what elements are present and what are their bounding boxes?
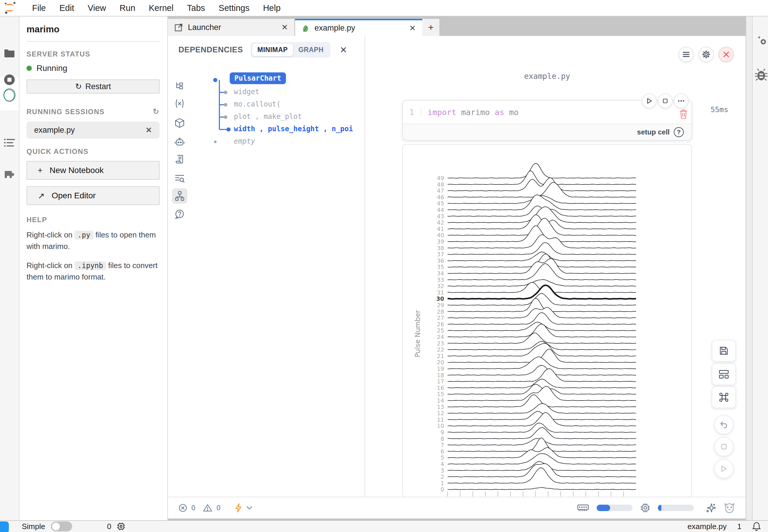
example-tab-content: DEPENDENCIES MINIMAP GRAPH ✕ [168,36,746,518]
command-palette-button[interactable] [712,386,736,408]
logs-icon[interactable] [172,151,187,167]
packages-icon[interactable] [172,115,187,131]
svg-text:40: 40 [437,232,444,238]
panel-divider [26,41,159,42]
cell-code[interactable]: import marimo as mo [428,108,518,117]
dep-node-pulsarchart[interactable]: PulsarChart [230,74,286,82]
simple-mode-toggle[interactable] [51,521,72,531]
dep-node-empty[interactable]: empty [234,137,255,145]
memory-gauge-fill [597,505,610,511]
menu-help[interactable]: Help [263,3,281,13]
statusbar-filename[interactable]: example.py [688,522,727,531]
tab-example-py[interactable]: example.py ✕ [295,19,422,36]
ai-sparkle-icon[interactable] [706,503,716,513]
svg-text:48: 48 [437,181,444,188]
new-notebook-label: New Notebook [49,166,104,175]
restart-button[interactable]: ↻ Restart [26,79,159,94]
delete-cell-icon[interactable] [679,109,688,119]
warning-count: 0 [217,504,220,512]
property-inspector-icon[interactable] [755,35,768,48]
save-button[interactable] [712,340,736,362]
server-status-row: Running [26,64,159,73]
toggle-knob [52,523,60,530]
new-notebook-button[interactable]: + New Notebook [26,161,159,180]
warnings-icon[interactable] [203,504,212,512]
dep-node-plot[interactable]: plot , make_plot [234,112,302,121]
token-import: import [428,108,456,117]
close-example-tab-icon[interactable]: ✕ [409,24,416,33]
run-cell-button[interactable] [642,94,657,108]
menu-file[interactable]: File [32,3,46,13]
svg-text:13: 13 [437,404,444,410]
plus-icon: + [38,166,42,175]
menu-tabs[interactable]: Tabs [187,3,205,13]
table-of-contents-icon[interactable] [0,133,19,153]
menu-edit[interactable]: Edit [59,3,74,13]
kernel-status-icon[interactable] [117,522,125,531]
svg-text:26: 26 [437,321,444,327]
notebook-menu-button[interactable] [679,47,694,62]
svg-text:18: 18 [437,372,444,378]
svg-text:7: 7 [440,442,444,448]
menu-settings[interactable]: Settings [219,3,250,13]
menu-run[interactable]: Run [119,3,135,13]
svg-text:3: 3 [440,467,444,474]
marimo-sidebar-icon[interactable] [0,85,19,105]
dep-node-widget[interactable]: widget [234,88,260,96]
cpu-icon [640,503,650,513]
launcher-icon [174,23,183,32]
new-tab-button[interactable]: + [422,19,439,36]
tab-launcher[interactable]: Launcher ✕ [168,19,295,36]
dep-node-callout[interactable]: mo.callout( [234,100,281,108]
layout-button[interactable] [712,363,736,385]
close-session-icon[interactable]: ✕ [145,126,152,135]
svg-text:6: 6 [440,448,444,455]
debugger-icon[interactable] [755,68,767,81]
file-tree-icon[interactable] [172,78,187,94]
chevron-down-icon[interactable] [247,506,252,510]
errors-icon[interactable] [178,503,187,512]
open-editor-button[interactable]: ↗ Open Editor [26,186,159,205]
minimap-graph-toggle: MINIMAP GRAPH [251,42,330,58]
copilot-icon[interactable] [724,503,735,513]
file-browser-icon[interactable] [0,42,19,63]
tab-example-label: example.py [315,24,355,33]
scratchpad-search-icon[interactable] [172,171,187,187]
svg-text:9: 9 [440,429,444,435]
lightning-icon[interactable] [235,503,242,513]
menu-bar: File Edit View Run Kernel Tabs Settings … [0,0,768,16]
notebook-shutdown-button[interactable] [719,47,734,62]
menu-kernel[interactable]: Kernel [149,3,173,13]
tab-bar: Launcher ✕ example.py ✕ + [168,16,746,36]
close-launcher-tab-icon[interactable]: ✕ [281,23,288,32]
dependencies-icon[interactable] [172,188,187,204]
server-status-label: SERVER STATUS [26,50,90,58]
setup-help-icon[interactable]: ? [674,127,684,137]
variables-icon[interactable] [172,96,187,111]
stop-cell-button[interactable] [658,94,673,108]
graph-toggle-button[interactable]: GRAPH [293,44,329,56]
cell-more-button[interactable] [674,94,689,108]
extensions-icon[interactable] [0,164,19,184]
minimap-toggle-button[interactable]: MINIMAP [252,44,293,56]
refresh-sessions-icon[interactable]: ↻ [153,107,159,116]
notifications-bell-icon[interactable] [752,522,761,531]
ai-assistant-icon[interactable] [172,134,187,149]
dep-node-width[interactable]: width , pulse_height , n_poi [234,125,353,133]
statusbar-page: 1 [737,522,742,531]
help1-pre: Right-click on [26,230,72,239]
svg-text:22: 22 [437,346,444,353]
quick-actions-heading: QUICK ACTIONS [26,147,159,156]
close-dependencies-icon[interactable]: ✕ [340,45,347,55]
stop-all-button[interactable] [714,437,734,456]
svg-text:27: 27 [437,315,444,321]
session-item[interactable]: example.py ✕ [26,122,159,139]
token-marimo: marimo [461,108,490,117]
menu-view[interactable]: View [88,3,106,13]
svg-text:5: 5 [440,454,444,461]
help-icon[interactable] [172,207,187,222]
undo-button[interactable] [714,415,734,434]
scrollbar-gutter[interactable] [746,16,753,520]
notebook-settings-button[interactable] [699,47,714,62]
run-all-button[interactable] [714,459,734,478]
